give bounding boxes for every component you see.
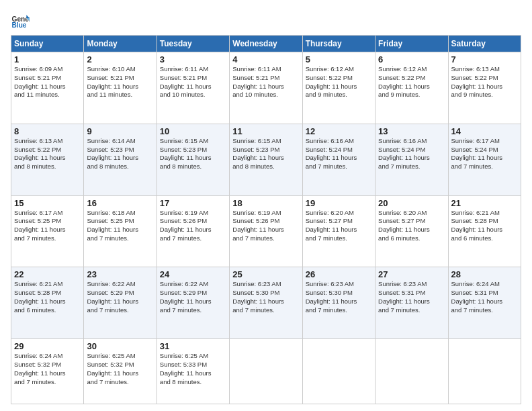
cell-line: Daylight: 11 hours (378, 154, 445, 163)
calendar-week-row: 15Sunrise: 6:17 AMSunset: 5:25 PMDayligh… (11, 195, 521, 267)
cell-line: Daylight: 11 hours (160, 298, 226, 306)
cell-line: Sunset: 5:25 PM (14, 217, 81, 226)
day-number: 31 (160, 341, 226, 351)
day-number: 5 (306, 54, 372, 64)
cell-line: and 9 minutes. (378, 91, 445, 99)
cell-line: and 7 minutes. (451, 306, 518, 315)
cell-line: Sunset: 5:21 PM (232, 74, 299, 83)
cell-line: Daylight: 11 hours (87, 226, 153, 234)
cell-line: Sunset: 5:22 PM (451, 74, 518, 83)
calendar-day-header: Tuesday (157, 36, 229, 52)
cell-line: Sunrise: 6:22 AM (160, 280, 226, 289)
cell-line: and 6 minutes. (378, 234, 445, 243)
cell-line: and 11 minutes. (87, 91, 153, 99)
cell-line: and 7 minutes. (232, 234, 299, 243)
cell-line: and 8 minutes. (160, 163, 226, 171)
day-number: 23 (87, 269, 153, 279)
cell-line: and 7 minutes. (87, 234, 153, 243)
cell-line: Daylight: 11 hours (306, 83, 372, 91)
calendar-cell: 14Sunrise: 6:17 AMSunset: 5:24 PMDayligh… (448, 124, 521, 195)
day-number: 13 (378, 126, 445, 136)
cell-line: and 7 minutes. (306, 234, 372, 243)
calendar-cell (448, 339, 521, 404)
calendar-week-row: 1Sunrise: 6:09 AMSunset: 5:21 PMDaylight… (11, 52, 521, 124)
cell-line: Sunrise: 6:24 AM (451, 280, 518, 289)
cell-line: Sunrise: 6:17 AM (14, 209, 81, 218)
cell-line: Sunrise: 6:14 AM (87, 137, 153, 146)
day-number: 16 (87, 198, 153, 208)
cell-line: Daylight: 11 hours (306, 154, 372, 163)
cell-line: Sunrise: 6:22 AM (87, 280, 153, 289)
calendar-cell: 8Sunrise: 6:13 AMSunset: 5:22 PMDaylight… (11, 124, 84, 195)
cell-line: Daylight: 11 hours (14, 369, 81, 378)
cell-line: Daylight: 11 hours (87, 83, 153, 91)
calendar-cell: 28Sunrise: 6:24 AMSunset: 5:31 PMDayligh… (448, 267, 521, 339)
day-number: 20 (378, 198, 445, 208)
cell-line: Sunset: 5:23 PM (232, 146, 299, 154)
cell-line: Daylight: 11 hours (160, 226, 226, 234)
calendar-cell: 9Sunrise: 6:14 AMSunset: 5:23 PMDaylight… (84, 124, 157, 195)
cell-line: Sunrise: 6:21 AM (451, 209, 518, 218)
calendar-cell: 23Sunrise: 6:22 AMSunset: 5:29 PMDayligh… (84, 267, 157, 339)
day-number: 19 (306, 198, 372, 208)
cell-line: Daylight: 11 hours (378, 298, 445, 306)
cell-line: and 7 minutes. (14, 378, 81, 387)
cell-line: Sunset: 5:32 PM (14, 361, 81, 369)
cell-line: Sunset: 5:27 PM (306, 217, 372, 226)
cell-line: Sunset: 5:25 PM (87, 217, 153, 226)
calendar-day-header: Monday (84, 36, 157, 52)
cell-line: Daylight: 11 hours (378, 83, 445, 91)
cell-line: and 7 minutes. (306, 306, 372, 315)
day-number: 11 (232, 126, 299, 136)
calendar-cell: 11Sunrise: 6:15 AMSunset: 5:23 PMDayligh… (230, 124, 302, 195)
calendar-cell: 6Sunrise: 6:12 AMSunset: 5:22 PMDaylight… (375, 52, 448, 124)
calendar-cell: 19Sunrise: 6:20 AMSunset: 5:27 PMDayligh… (302, 195, 375, 267)
calendar-cell: 25Sunrise: 6:23 AMSunset: 5:30 PMDayligh… (230, 267, 302, 339)
cell-line: Daylight: 11 hours (160, 83, 226, 91)
calendar-cell: 17Sunrise: 6:19 AMSunset: 5:26 PMDayligh… (157, 195, 229, 267)
cell-line: Sunrise: 6:20 AM (378, 209, 445, 218)
cell-line: Daylight: 11 hours (14, 83, 81, 91)
day-number: 12 (306, 126, 372, 136)
calendar-cell: 30Sunrise: 6:25 AMSunset: 5:32 PMDayligh… (84, 339, 157, 404)
day-number: 14 (451, 126, 518, 136)
cell-line: Sunrise: 6:25 AM (87, 352, 153, 361)
day-number: 25 (232, 269, 299, 279)
cell-line: and 7 minutes. (378, 306, 445, 315)
calendar-day-header: Friday (375, 36, 448, 52)
cell-line: and 7 minutes. (232, 306, 299, 315)
cell-line: Sunrise: 6:12 AM (306, 65, 372, 74)
cell-line: and 7 minutes. (87, 306, 153, 315)
cell-line: Sunrise: 6:10 AM (87, 65, 153, 74)
cell-line: and 8 minutes. (87, 163, 153, 171)
day-number: 24 (160, 269, 226, 279)
cell-line: Daylight: 11 hours (160, 369, 226, 378)
cell-line: Daylight: 11 hours (232, 154, 299, 163)
day-number: 3 (160, 54, 226, 64)
calendar-cell: 5Sunrise: 6:12 AMSunset: 5:22 PMDaylight… (302, 52, 375, 124)
calendar-week-row: 29Sunrise: 6:24 AMSunset: 5:32 PMDayligh… (11, 339, 521, 404)
day-number: 18 (232, 198, 299, 208)
cell-line: Sunrise: 6:15 AM (160, 137, 226, 146)
calendar-cell: 4Sunrise: 6:11 AMSunset: 5:21 PMDaylight… (230, 52, 302, 124)
calendar-cell: 21Sunrise: 6:21 AMSunset: 5:28 PMDayligh… (448, 195, 521, 267)
cell-line: Daylight: 11 hours (232, 83, 299, 91)
cell-line: Sunrise: 6:23 AM (232, 280, 299, 289)
cell-line: Daylight: 11 hours (14, 226, 81, 234)
day-number: 22 (14, 269, 81, 279)
day-number: 29 (14, 341, 81, 351)
svg-text:Blue: Blue (12, 21, 27, 29)
cell-line: Sunrise: 6:23 AM (306, 280, 372, 289)
calendar-cell: 29Sunrise: 6:24 AMSunset: 5:32 PMDayligh… (11, 339, 84, 404)
calendar-cell: 31Sunrise: 6:25 AMSunset: 5:33 PMDayligh… (157, 339, 229, 404)
cell-line: Daylight: 11 hours (306, 226, 372, 234)
day-number: 26 (306, 269, 372, 279)
cell-line: Daylight: 11 hours (232, 298, 299, 306)
day-number: 9 (87, 126, 153, 136)
cell-line: Daylight: 11 hours (232, 226, 299, 234)
cell-line: Sunrise: 6:16 AM (306, 137, 372, 146)
cell-line: Sunset: 5:31 PM (378, 289, 445, 298)
day-number: 27 (378, 269, 445, 279)
cell-line: Sunset: 5:24 PM (451, 146, 518, 154)
cell-line: Sunrise: 6:19 AM (232, 209, 299, 218)
